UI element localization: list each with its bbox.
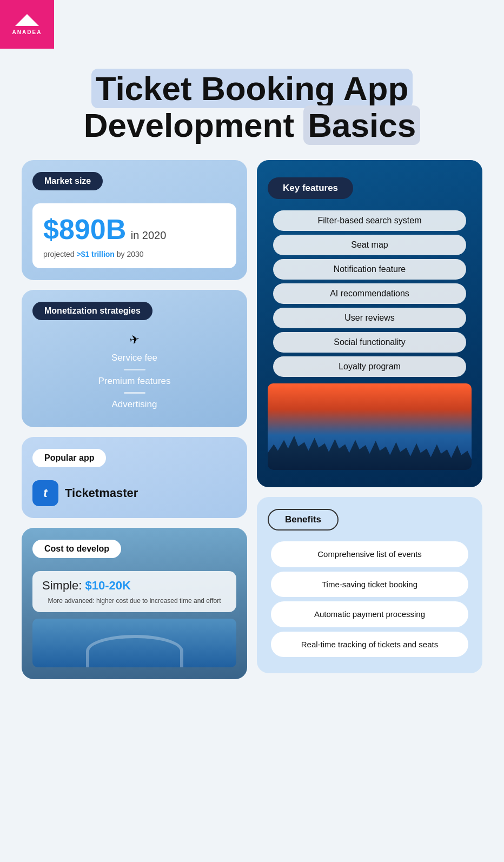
crowd-visual: [268, 383, 472, 470]
key-features-header: Key features: [268, 177, 353, 199]
title-line1: Ticket Booking App: [91, 69, 413, 108]
monetization-item-3: Advertising: [32, 399, 236, 410]
cost-value-box: Simple: $10-20K More advanced: higher co…: [32, 571, 236, 612]
feature-item-6: Loyalty program: [273, 356, 466, 377]
market-value-box: $890B in 2020 projected >$1 trillion by …: [32, 203, 236, 268]
title-section: Ticket Booking App Development Basics: [0, 49, 504, 160]
cost-header: Cost to develop: [32, 540, 121, 558]
ticketmaster-name: Ticketmaster: [65, 486, 138, 500]
popular-app-header: Popular app: [32, 449, 106, 467]
key-features-card: Key features Filter-based search system …: [257, 160, 482, 487]
stadium-visual: [32, 619, 236, 667]
feature-item-5: Social functionality: [273, 332, 466, 353]
market-big-value: $890B: [43, 214, 126, 245]
market-year: in 2020: [131, 229, 167, 241]
cost-simple-label: Simple:: [42, 579, 85, 592]
benefits-card: Benefits Comprehensive list of events Ti…: [257, 497, 482, 673]
crowd-silhouette: [268, 427, 472, 470]
logo-bar: ANADEA: [0, 0, 54, 49]
market-size-card: Market size $890B in 2020 projected >$1 …: [22, 160, 247, 280]
page-title: Ticket Booking App Development Basics: [32, 70, 472, 144]
popular-app-card: Popular app t Ticketmaster: [22, 437, 247, 518]
ticketmaster-logo: t: [32, 480, 58, 506]
market-size-header: Market size: [32, 172, 103, 190]
ticketmaster-row: t Ticketmaster: [32, 480, 236, 506]
cost-note: More advanced: higher cost due to increa…: [42, 597, 227, 605]
benefit-item-3: Real-time tracking of tickets and seats: [271, 632, 468, 658]
feature-item-0: Filter-based search system: [273, 210, 466, 231]
market-projected-highlight: >$1 trillion: [76, 250, 114, 258]
benefit-item-2: Automatic payment processing: [271, 601, 468, 627]
main-grid: Market size $890B in 2020 projected >$1 …: [0, 160, 504, 701]
feature-item-1: Seat map: [273, 235, 466, 255]
monetization-header: Monetization strategies: [32, 302, 152, 320]
title-line2-part1: Development: [84, 107, 304, 144]
right-column: Key features Filter-based search system …: [257, 160, 482, 679]
cost-to-develop-card: Cost to develop Simple: $10-20K More adv…: [22, 528, 247, 679]
market-projected: projected >$1 trillion by 2030: [43, 250, 226, 258]
divider-2: [124, 392, 145, 394]
benefits-header: Benefits: [268, 509, 339, 531]
left-column: Market size $890B in 2020 projected >$1 …: [22, 160, 247, 679]
cost-content: Cost to develop Simple: $10-20K More adv…: [32, 540, 236, 667]
monetization-card: Monetization strategies ✈ Service fee Pr…: [22, 290, 247, 427]
stadium-arch: [86, 635, 183, 667]
feature-item-4: User reviews: [273, 308, 466, 328]
divider-1: [124, 369, 145, 370]
key-features-content: Key features Filter-based search system …: [268, 172, 472, 475]
logo-text: ANADEA: [12, 29, 42, 35]
benefit-item-1: Time-saving ticket booking: [271, 572, 468, 598]
logo-house-icon: [15, 14, 39, 26]
monetization-item-2: Premium features: [32, 376, 236, 387]
feature-item-3: AI recommendations: [273, 283, 466, 304]
cost-simple-value: $10-20K: [85, 579, 130, 592]
title-line2-highlight: Basics: [303, 105, 420, 145]
feature-item-2: Notification feature: [273, 259, 466, 280]
benefit-item-0: Comprehensive list of events: [271, 541, 468, 567]
